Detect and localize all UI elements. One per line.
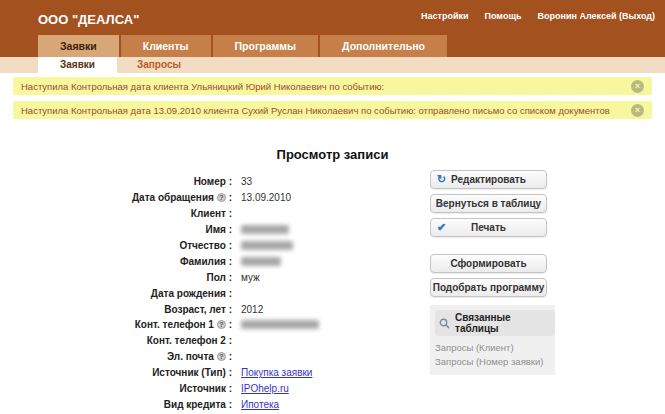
form-row: Имя : xyxy=(0,222,665,238)
back-arrow-icon: ← xyxy=(437,195,448,212)
action-button[interactable]: ↻Редактировать xyxy=(430,170,547,189)
form-row: Источник :IPOhelp.ru xyxy=(0,381,665,397)
tab-дополнительно[interactable]: Дополнительно xyxy=(320,35,447,57)
tab-заявки[interactable]: Заявки xyxy=(38,35,119,57)
action-button[interactable]: Подобрать программу xyxy=(430,278,547,297)
main-content: Просмотр записи Номер :33Дата обращения?… xyxy=(0,125,665,414)
field-label: Вид кредита : xyxy=(0,399,232,410)
field-value: муж xyxy=(241,272,260,283)
redacted-value xyxy=(241,241,293,250)
related-tables-panel: Связанные таблицы Запросы (Клиент)Запрос… xyxy=(430,305,555,375)
related-table-link[interactable]: Запросы (Клиент) xyxy=(435,341,555,355)
tab-программы[interactable]: Программы xyxy=(213,35,319,57)
field-value-link[interactable]: Покупка заявки xyxy=(241,367,312,378)
form-row: Дата рождения : xyxy=(0,285,665,301)
page-title: Просмотр записи xyxy=(0,147,665,162)
form-row: Дата обращения? :13.09.2010 xyxy=(0,190,665,206)
app-header: ООО "ДЕАЛСА" НастройкиПомощьВоронин Алек… xyxy=(0,0,665,57)
header-link-help[interactable]: Помощь xyxy=(485,11,522,21)
redacted-value xyxy=(241,225,289,234)
field-value: 13.09.2010 xyxy=(241,192,291,203)
help-icon[interactable]: ? xyxy=(217,352,226,361)
field-label: Номер : xyxy=(0,176,232,187)
header-link-user-logout[interactable]: Воронин Алексей (Выход) xyxy=(538,11,655,21)
field-value: 33 xyxy=(241,176,252,187)
field-label: Источник : xyxy=(0,383,232,394)
related-tables-header: Связанные таблицы xyxy=(435,310,555,336)
record-form: Номер :33Дата обращения? :13.09.2010Клие… xyxy=(0,174,665,414)
notification-bar: Наступила Контрольная дата 13.09.2010 кл… xyxy=(13,101,652,119)
field-label: Конт. телефон 2 : xyxy=(0,335,232,346)
related-links: Запросы (Клиент)Запросы (Номер заявки) xyxy=(435,341,555,368)
field-label: Фамилия : xyxy=(0,256,232,267)
form-row: Конт. телефон 2 : xyxy=(0,333,665,349)
notification-bar: Наступила Контрольная дата клиента Ульян… xyxy=(13,77,652,95)
notification-text: Наступила Контрольная дата 13.09.2010 кл… xyxy=(21,105,610,116)
form-row: Источник (Тип) :Покупка заявки xyxy=(0,365,665,381)
form-row: Клиент : xyxy=(0,206,665,222)
form-row: Номер :33 xyxy=(0,174,665,190)
subtab-запросы[interactable]: Запросы xyxy=(123,57,195,73)
field-value-link[interactable]: IPOhelp.ru xyxy=(241,383,289,394)
field-value-link[interactable]: Ипотека xyxy=(241,399,279,410)
related-table-link[interactable]: Запросы (Номер заявки) xyxy=(435,355,555,369)
action-button[interactable]: Сформировать клиента xyxy=(430,254,547,273)
action-sidebar: ↻Редактировать←Вернуться в таблицу✔Печат… xyxy=(430,170,558,375)
header-link-settings[interactable]: Настройки xyxy=(421,11,468,21)
app-title: ООО "ДЕАЛСА" xyxy=(38,12,139,27)
help-icon[interactable]: ? xyxy=(217,320,226,329)
redacted-value xyxy=(241,320,319,329)
field-label: Отчество : xyxy=(0,240,232,251)
field-label: Пол : xyxy=(0,272,232,283)
field-label: Конт. телефон 1? : xyxy=(0,319,232,330)
field-label: Эл. почта? : xyxy=(0,351,232,362)
close-icon[interactable]: × xyxy=(631,104,644,117)
action-button-label: Вернуться в таблицу xyxy=(436,198,541,209)
redacted-value xyxy=(241,257,281,266)
form-row: Отчество : xyxy=(0,238,665,254)
field-value: IPOhelp.ru xyxy=(241,383,289,394)
field-label: Источник (Тип) : xyxy=(0,367,232,378)
action-button-label: Подобрать программу xyxy=(433,282,545,293)
form-row: Возраст, лет :2012 xyxy=(0,301,665,317)
form-row: Вид кредита :Ипотека xyxy=(0,396,665,412)
form-row: Пол :муж xyxy=(0,269,665,285)
field-label: Клиент : xyxy=(0,208,232,219)
sub-tabs: ЗаявкиЗапросы xyxy=(0,57,665,73)
header-links: НастройкиПомощьВоронин Алексей (Выход) xyxy=(405,5,655,23)
notification-area: Наступила Контрольная дата клиента Ульян… xyxy=(0,73,665,119)
tab-клиенты[interactable]: Клиенты xyxy=(121,35,211,57)
close-icon[interactable]: × xyxy=(631,80,644,93)
help-icon[interactable]: ? xyxy=(217,193,226,202)
check-icon: ✔ xyxy=(437,219,446,236)
action-button-label: Печать xyxy=(471,222,506,233)
form-row: Эл. почта? : xyxy=(0,349,665,365)
action-buttons: ↻Редактировать←Вернуться в таблицу✔Печат… xyxy=(430,170,558,297)
field-label: Дата обращения? : xyxy=(0,192,232,203)
field-label: Имя : xyxy=(0,224,232,235)
field-value: 2012 xyxy=(241,304,263,315)
field-label: Возраст, лет : xyxy=(0,304,232,315)
edit-refresh-icon: ↻ xyxy=(437,171,446,188)
field-value: Покупка заявки xyxy=(241,367,312,378)
notification-text: Наступила Контрольная дата клиента Ульян… xyxy=(21,81,384,92)
button-gap xyxy=(430,242,558,254)
main-tabs: ЗаявкиКлиентыПрограммыДополнительно xyxy=(38,35,449,57)
action-button-label: Редактировать xyxy=(451,174,526,185)
field-value: Ипотека xyxy=(241,399,279,410)
magnifier-icon xyxy=(439,318,450,329)
subtab-заявки[interactable]: Заявки xyxy=(38,57,117,73)
action-button[interactable]: ✔Печать xyxy=(430,218,547,237)
form-row: Конт. телефон 1? : xyxy=(0,317,665,333)
form-row: Фамилия : xyxy=(0,253,665,269)
related-tables-title: Связанные таблицы xyxy=(455,312,547,334)
field-label: Дата рождения : xyxy=(0,288,232,299)
action-button[interactable]: ←Вернуться в таблицу xyxy=(430,194,547,213)
